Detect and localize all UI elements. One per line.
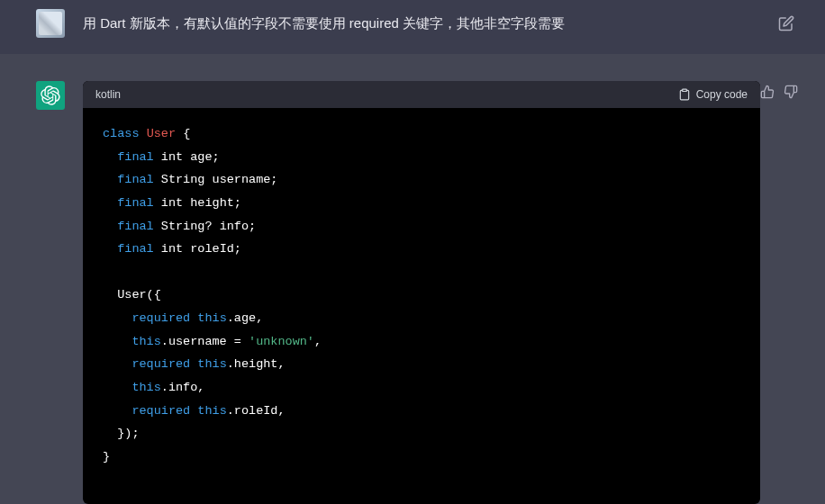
edit-button[interactable] bbox=[775, 12, 798, 35]
thumbs-down-icon[interactable] bbox=[784, 85, 798, 99]
code-block: kotlin Copy code class User { final int … bbox=[83, 81, 760, 504]
openai-logo-icon bbox=[41, 86, 60, 105]
code-content: class User { final int age; final String… bbox=[83, 108, 760, 504]
user-avatar bbox=[36, 9, 65, 38]
assistant-message-row: kotlin Copy code class User { final int … bbox=[0, 54, 825, 504]
code-header: kotlin Copy code bbox=[83, 81, 760, 108]
thumbs-up-icon[interactable] bbox=[760, 85, 775, 99]
assistant-avatar bbox=[36, 81, 65, 110]
copy-code-label: Copy code bbox=[696, 88, 748, 101]
user-message-text: 用 Dart 新版本，有默认值的字段不需要使用 required 关键字，其他非… bbox=[83, 14, 757, 34]
code-language-label: kotlin bbox=[95, 88, 121, 101]
clipboard-icon bbox=[678, 88, 691, 101]
svg-rect-0 bbox=[682, 89, 686, 91]
feedback-actions bbox=[760, 85, 798, 99]
assistant-response-body: kotlin Copy code class User { final int … bbox=[83, 81, 760, 504]
copy-code-button[interactable]: Copy code bbox=[678, 88, 748, 101]
edit-icon bbox=[778, 15, 794, 32]
user-message-row: 用 Dart 新版本，有默认值的字段不需要使用 required 关键字，其他非… bbox=[0, 0, 825, 54]
